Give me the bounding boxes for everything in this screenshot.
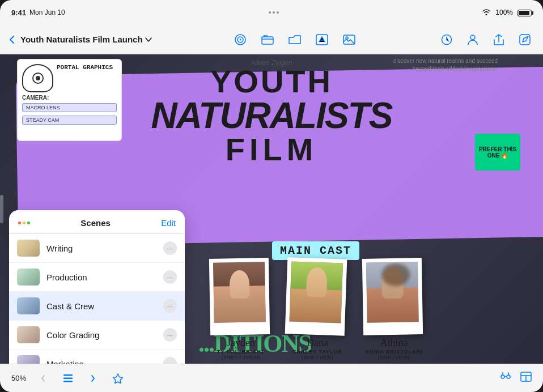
scene-item-marketing[interactable]: Marketing ···: [9, 350, 185, 364]
target-icon[interactable]: [231, 31, 249, 49]
svg-point-15: [507, 375, 510, 378]
zoom-level: 50%: [11, 374, 26, 382]
scene-name-cast-crew: Cast & Crew: [46, 301, 156, 311]
scenes-panel: Scenes Edit Writing ··· Production ··· C…: [9, 210, 185, 364]
scene-name-writing: Writing: [46, 244, 156, 253]
scenes-title: Scenes: [80, 218, 111, 228]
minimize-dot[interactable]: [23, 221, 26, 224]
date-display: Mon Jun 10: [29, 8, 65, 16]
clock-icon[interactable]: [438, 31, 456, 49]
browser-icon[interactable]: [258, 31, 277, 49]
back-button[interactable]: [9, 35, 15, 44]
battery-icon: [517, 8, 532, 17]
layout-icon[interactable]: [520, 372, 532, 385]
battery-display: 100%: [495, 8, 513, 16]
toolbar: Youth Naturalists Film Launch: [0, 25, 543, 54]
toolbar-right-icons: [438, 31, 534, 49]
status-center-dots: [269, 11, 279, 14]
camera-card: PORTAL GRAPHICS CAMERA: MACRO LENS STEAD…: [17, 59, 122, 141]
scene-thumb-marketing: [17, 355, 40, 364]
lens-2-tag: STEADY CAM: [22, 116, 117, 125]
scene-name-color-grading: Color Grading: [46, 330, 156, 340]
scene-thumb-writing: [17, 240, 40, 257]
scene-thumb-cast-crew: [17, 297, 40, 314]
card-title: PORTAL GRAPHICS: [57, 64, 113, 71]
scene-item-color-grading[interactable]: Color Grading ···: [9, 321, 185, 350]
scene-more-cast-crew[interactable]: ···: [163, 299, 177, 313]
document-title[interactable]: Youth Naturalists Film Launch: [20, 35, 152, 44]
next-nav-button[interactable]: [85, 370, 101, 386]
scenes-panel-header: Scenes Edit: [9, 210, 185, 234]
scene-more-writing[interactable]: ···: [163, 241, 177, 255]
window-controls: [18, 221, 30, 224]
ipad-frame: 9:41 Mon Jun 10 100%: [0, 0, 543, 392]
scene-item-production[interactable]: Production ···: [9, 263, 185, 292]
camera-label: CAMERA:: [22, 95, 117, 101]
film-title-line3: FILM: [130, 134, 413, 165]
svg-point-14: [501, 375, 504, 378]
scene-more-production[interactable]: ···: [163, 270, 177, 284]
arrange-icon[interactable]: [500, 372, 511, 385]
scene-name-production: Production: [46, 272, 156, 282]
scene-more-marketing[interactable]: ···: [163, 357, 177, 364]
svg-rect-3: [262, 37, 273, 44]
cast-member-1: Jayden TY FULLBRIGHT (THEY / THEM): [210, 258, 272, 360]
scene-name-marketing: Marketing: [46, 359, 156, 364]
film-title-line2: NATURALISTS: [130, 97, 413, 134]
svg-rect-11: [63, 377, 73, 379]
svg-rect-12: [63, 381, 73, 382]
toolbar-center-icons: [231, 31, 358, 49]
folder-icon[interactable]: [286, 31, 304, 49]
edit-icon[interactable]: [516, 31, 534, 49]
svg-marker-13: [113, 374, 123, 384]
scene-more-color-grading[interactable]: ···: [163, 328, 177, 342]
lens-1-tag: MACRO LENS: [22, 103, 117, 112]
scene-thumb-production: [17, 269, 40, 286]
prev-nav-button[interactable]: [35, 370, 51, 386]
cast-member-2: Dana CARLEY TAYLOR (SHE / HER): [286, 258, 349, 360]
share-icon[interactable]: [490, 31, 508, 49]
main-content: Aileen Zeigen discover new natural realm…: [0, 54, 543, 364]
status-bar: 9:41 Mon Jun 10 100%: [0, 0, 543, 25]
time-display: 9:41: [11, 8, 26, 17]
cast-name-2: Dana: [286, 337, 349, 349]
scene-item-cast-crew[interactable]: Cast & Crew ···: [9, 292, 185, 321]
svg-point-8: [470, 35, 475, 40]
cast-pronouns-3: (SHE / HER): [363, 355, 425, 360]
edge-handle[interactable]: [0, 195, 3, 223]
cast-name-1: Jayden: [210, 337, 272, 349]
cast-name-3: Athina: [363, 337, 425, 349]
cast-fullname-1: TY FULLBRIGHT: [210, 349, 272, 355]
svg-rect-10: [63, 374, 73, 376]
cast-fullname-2: CARLEY TAYLOR: [286, 349, 349, 355]
star-button[interactable]: [110, 370, 126, 386]
svg-point-2: [239, 39, 241, 40]
film-title-line1: YOUTH: [130, 66, 413, 97]
cast-member-3: Athina SONIA BRIZZOLARI (SHE / HER): [363, 258, 425, 360]
wifi-icon: [482, 8, 491, 17]
list-view-button[interactable]: [60, 370, 76, 386]
scene-item-writing[interactable]: Writing ···: [9, 234, 185, 263]
cast-pronouns-2: (SHE / HER): [286, 355, 349, 360]
cast-pronouns-1: (THEY / THEM): [210, 355, 272, 360]
cast-fullname-3: SONIA BRIZZOLARI: [363, 349, 425, 355]
image-icon[interactable]: [340, 31, 358, 49]
person-icon[interactable]: [464, 31, 482, 49]
text-icon[interactable]: [313, 31, 331, 49]
maximize-dot[interactable]: [27, 221, 30, 224]
main-cast-label: MAIN CAST: [272, 241, 359, 260]
bottom-toolbar: 50%: [0, 364, 543, 392]
scene-thumb-color-grading: [17, 326, 40, 343]
close-dot[interactable]: [18, 221, 21, 224]
sticky-note: PREFER THIS ONE 🔥: [475, 134, 520, 171]
scenes-edit-button[interactable]: Edit: [161, 218, 176, 228]
